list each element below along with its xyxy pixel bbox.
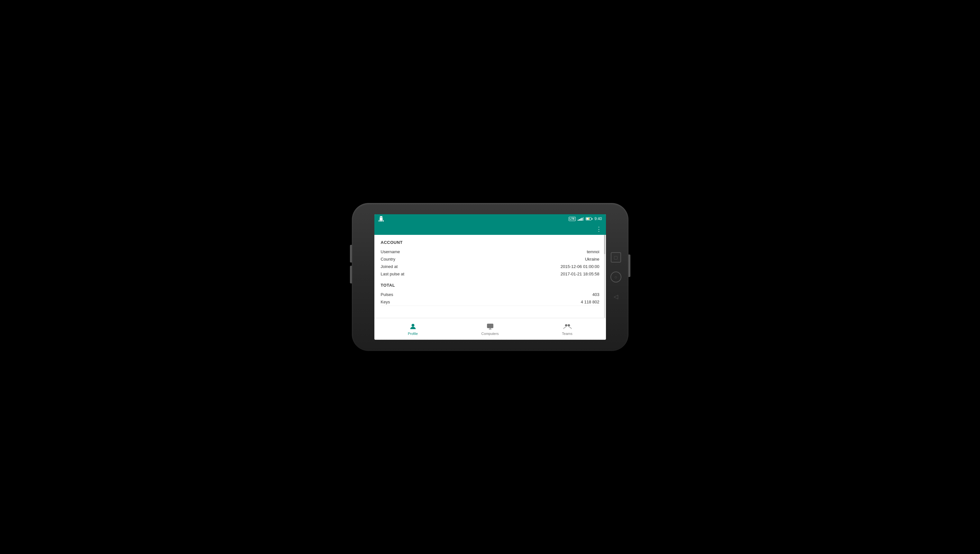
app-bar: ⋮: [374, 223, 606, 235]
keys-label: Keys: [381, 299, 390, 304]
nav-tab-teams[interactable]: Teams: [529, 318, 606, 340]
main-content: ACCOUNT Username temnoi Country Ukraine …: [374, 235, 606, 318]
scrollbar[interactable]: [604, 235, 605, 318]
country-row: Country Ukraine: [381, 255, 600, 263]
home-button[interactable]: ○: [611, 272, 621, 282]
lte-badge: LTE: [569, 217, 576, 221]
status-bar-right: LTE ⚡ 9:40: [569, 217, 602, 221]
country-value: Ukraine: [585, 257, 600, 261]
pulses-value: 403: [592, 292, 600, 297]
pulses-row: Pulses 403: [381, 291, 600, 298]
computers-icon: [486, 322, 494, 331]
back-button[interactable]: ◁: [611, 291, 621, 302]
phone-shell: LTE ⚡ 9:40: [352, 203, 628, 351]
svg-point-5: [568, 324, 570, 326]
joined-at-label: Joined at: [381, 264, 398, 269]
svg-point-0: [412, 324, 414, 326]
battery-icon: ⚡: [586, 217, 592, 220]
svg-point-4: [565, 324, 567, 326]
computers-tab-label: Computers: [482, 332, 499, 336]
scrollbar-thumb: [604, 235, 605, 254]
joined-at-row: Joined at 2015-12-06 01:00:00: [381, 263, 600, 270]
teams-icon: [563, 322, 571, 331]
last-pulse-label: Last pulse at: [381, 272, 405, 276]
nav-tab-computers[interactable]: Computers: [452, 318, 529, 340]
recents-button[interactable]: ▢: [611, 252, 621, 263]
keys-row: Keys 4 118 802: [381, 298, 600, 306]
username-label: Username: [381, 249, 400, 254]
android-icon: [378, 216, 384, 222]
profile-tab-label: Profile: [408, 332, 418, 336]
status-bar-left: [378, 216, 384, 222]
nav-tab-profile[interactable]: Profile: [374, 318, 452, 340]
country-label: Country: [381, 257, 396, 261]
volume-down-button[interactable]: [350, 266, 352, 283]
last-pulse-row: Last pulse at 2017-01-21 18:05:58: [381, 270, 600, 278]
signal-icon: [578, 217, 584, 221]
last-pulse-value: 2017-01-21 18:05:58: [561, 272, 600, 276]
keys-value: 4 118 802: [581, 299, 600, 304]
overflow-menu-button[interactable]: ⋮: [596, 226, 602, 232]
scene: LTE ⚡ 9:40: [345, 195, 635, 359]
screen: LTE ⚡ 9:40: [374, 214, 606, 340]
teams-tab-label: Teams: [562, 332, 572, 336]
bottom-nav: Profile Computers: [374, 318, 606, 340]
svg-rect-1: [487, 324, 493, 328]
hw-nav-buttons: ▢ ○ ◁: [611, 252, 621, 302]
power-button[interactable]: [628, 255, 630, 277]
joined-at-value: 2015-12-06 01:00:00: [561, 264, 600, 269]
status-time: 9:40: [594, 217, 602, 221]
username-value: temnoi: [587, 249, 599, 254]
section-divider: [381, 278, 600, 283]
status-bar: LTE ⚡ 9:40: [374, 214, 606, 223]
volume-up-button[interactable]: [350, 245, 352, 263]
profile-icon: [409, 322, 417, 331]
total-section-title: TOTAL: [381, 283, 600, 288]
username-row: Username temnoi: [381, 248, 600, 255]
pulses-label: Pulses: [381, 292, 393, 297]
account-section-title: ACCOUNT: [381, 240, 600, 245]
